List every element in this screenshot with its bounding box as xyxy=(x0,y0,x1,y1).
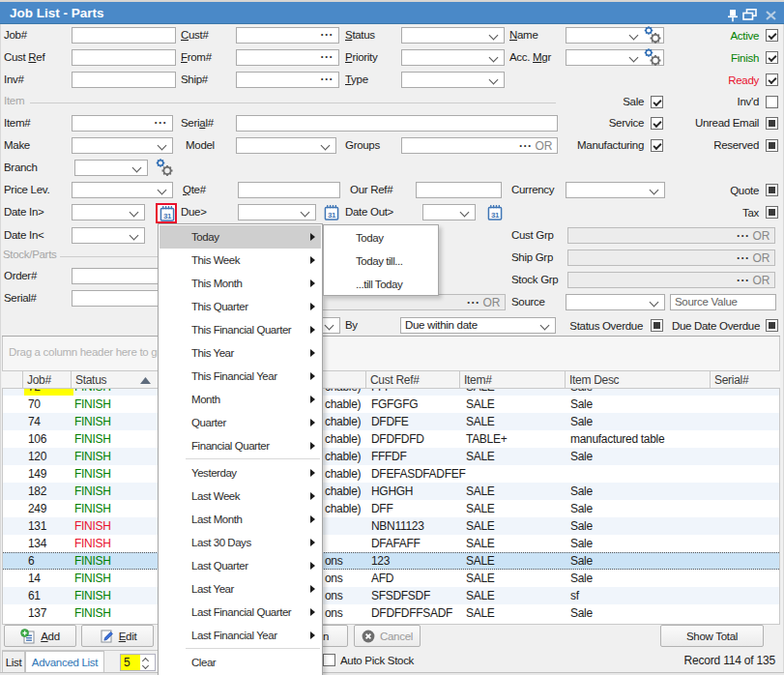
svg-text:31: 31 xyxy=(163,212,172,220)
svg-text:31: 31 xyxy=(328,211,336,220)
svg-text:31: 31 xyxy=(491,211,500,220)
